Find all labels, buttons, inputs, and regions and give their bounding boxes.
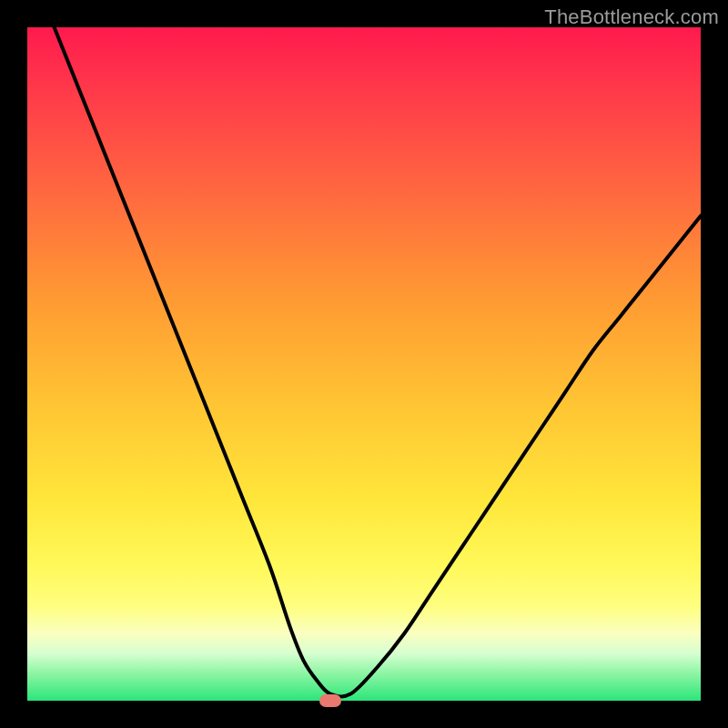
chart-frame: TheBottleneck.com: [0, 0, 728, 728]
curve-layer: [27, 27, 701, 701]
bottleneck-curve: [55, 27, 701, 696]
optimal-point-marker: [319, 694, 341, 707]
watermark-text: TheBottleneck.com: [544, 5, 719, 29]
